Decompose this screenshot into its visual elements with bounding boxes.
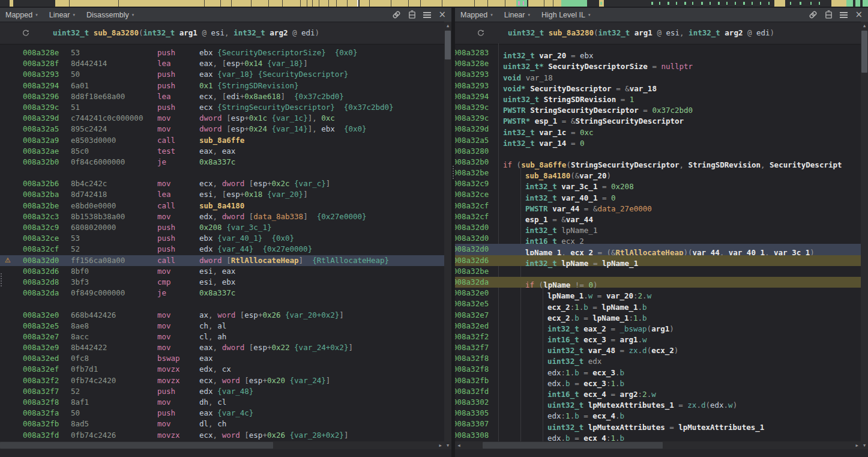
scroll-up-icon[interactable]: ▲ xyxy=(444,22,451,29)
hlil-line[interactable]: 008a32f8uint32_t edx xyxy=(455,353,861,364)
disassembly-line[interactable]: 008a32c96808020000push0x208 {var_3c_1} xyxy=(0,222,444,233)
disassembly-line[interactable]: 008a32ef0fb7d1movzxedx, cx xyxy=(0,364,444,375)
window-edge-grip-icon[interactable] xyxy=(1,273,2,286)
scrollbar-thumb[interactable] xyxy=(445,31,451,59)
disassembly-line[interactable]: 008a32ce53pushebx {var_40_1} {0x0} xyxy=(0,233,444,244)
view-type-dropdown[interactable]: Disassembly ▾ xyxy=(86,11,134,19)
disassembly-line[interactable]: 008a32a5895c2424movdword [esp+0x24 {var_… xyxy=(0,124,444,135)
hlil-line[interactable]: 008a329cPWSTR* esp_1 = &StringSecurityDe… xyxy=(455,113,861,124)
hlil-line[interactable]: 008a3293void* SecurityDescriptor = &var_… xyxy=(455,80,861,91)
scroll-down-icon[interactable]: ▼ xyxy=(861,441,868,449)
disassembly-line[interactable]: 008a329350pusheax {var_18} {SecurityDesc… xyxy=(0,69,444,80)
feature-map[interactable] xyxy=(0,0,868,8)
hlil-line[interactable]: 008a32d0int32_t lpName_1 xyxy=(455,222,861,233)
hlil-line[interactable]: 008a32f2int16_t ecx_3 = arg1.w xyxy=(455,331,861,342)
hlil-line[interactable]: 008a3308edx.b = ecx_4:1.b xyxy=(455,430,861,441)
disassembly-line[interactable]: 008a32e98b442422moveax, dword [esp+0x22 … xyxy=(0,342,444,353)
hlil-line[interactable]: 008a32fdint16_t ecx_4 = arg2:2.w xyxy=(455,386,861,397)
disassembly-line[interactable]: 008a32e58ae8movch, al xyxy=(0,321,444,331)
menu-icon[interactable] xyxy=(840,12,848,18)
hlil-line[interactable]: 008a32be xyxy=(455,266,861,277)
disassembly-line[interactable]: 008a32968d8f18e68a00leaecx, [edi+0x8ae61… xyxy=(0,91,444,102)
scrollbar-thumb[interactable] xyxy=(861,31,867,73)
hlil-line[interactable]: 008a32daif (lpName != 0) xyxy=(455,277,861,288)
function-signature[interactable]: uint32_t sub_8a3280(int32_t arg1 @ esi, … xyxy=(508,28,774,37)
hlil-line[interactable]: 008a32ceint32_t var_40_1 = 0 xyxy=(455,189,861,200)
reanalyze-icon[interactable] xyxy=(477,28,485,40)
disassembly-line[interactable]: 008a32fd0fb74c2426movzxecx, word [esp+0x… xyxy=(0,430,444,441)
hlil-line[interactable]: 008a3283int32_t var_20 = ebx xyxy=(455,47,861,58)
close-icon[interactable]: × xyxy=(855,10,863,19)
hlil-line[interactable]: 008a329dint32_t var_1c = 0xc xyxy=(455,124,861,135)
disassembly-line[interactable]: 008a328f8d442414leaeax, [esp+0x14 {var_1… xyxy=(0,58,444,69)
reanalyze-icon[interactable] xyxy=(22,28,30,40)
hlil-line[interactable]: 008a32d0lpName_1, ecx_2 = (&RtlAllocateH… xyxy=(455,244,861,255)
hlil-line[interactable]: 008a32e5ecx_2:1.b = lpName_1.b xyxy=(455,298,861,309)
scroll-left-icon[interactable]: ◀ xyxy=(455,441,463,449)
disassembly-line[interactable]: 008a32f88af1movdh, cl xyxy=(0,397,444,408)
hlil-line[interactable]: 008a328euint32_t* SecurityDescriptorSize… xyxy=(455,58,861,69)
disassembly-line[interactable]: 008a329dc744241c0c000000movdword [esp+0x… xyxy=(0,113,444,124)
disassembly-line[interactable]: 008a328e53pushebx {SecurityDescriptorSiz… xyxy=(0,47,444,58)
hlil-line[interactable]: 008a32f8edx:1.b = ecx_3.b xyxy=(455,364,861,375)
disassembly-line[interactable]: 008a32ba8d742418leaesi, [esp+0x18 {var_2… xyxy=(0,189,444,200)
scroll-up-icon[interactable]: ▲ xyxy=(861,22,868,29)
disassembly-line[interactable]: 008a32946a01push0x1 {StringSDRevision} xyxy=(0,80,444,91)
view-type-dropdown[interactable]: High Level IL ▾ xyxy=(541,11,590,19)
hlil-line[interactable]: 008a32b0if (sub_8a6ffe(StringSecurityDes… xyxy=(455,157,861,168)
hlil-line[interactable]: 008a32cfesp_1 = &var_44 xyxy=(455,211,861,222)
hlil-line[interactable]: 008a3293void var_18 xyxy=(455,69,861,80)
disassembly-line[interactable]: 008a32d68bf0movesi, eax xyxy=(0,266,444,277)
hlil-line[interactable]: 008a32a5int32_t var_14 = 0 xyxy=(455,135,861,146)
hlil-line[interactable]: 008a32d6int32_t lpName = lpName_1 xyxy=(455,255,861,266)
close-icon[interactable]: × xyxy=(438,10,446,19)
scroll-down-icon[interactable]: ▼ xyxy=(444,441,451,449)
horizontal-scrollbar[interactable]: ▶ xyxy=(0,441,444,449)
vertical-scrollbar[interactable]: ▲ ▼ xyxy=(861,22,868,449)
disassembly-line[interactable]: 008a32e78accmovcl, ah xyxy=(0,331,444,342)
disassembly-line[interactable]: 008a32f20fb74c2420movzxecx, word [esp+0x… xyxy=(0,375,444,386)
hlil-line[interactable]: 008a3302uint32_t lpMutexAttributes_1 = z… xyxy=(455,397,861,408)
linear-dropdown[interactable]: Linear ▾ xyxy=(504,11,530,19)
disassembly-line[interactable]: ⚠008a32d0ff156ca08a00calldword [RtlAlloc… xyxy=(0,255,444,266)
disassembly-line[interactable]: 008a32b68b4c242cmovecx, dword [esp+0x2c … xyxy=(0,178,444,189)
scrollbar-thumb[interactable] xyxy=(0,442,273,449)
hlil-line[interactable]: 008a32e0lpName_1.w = var_20:2.w xyxy=(455,288,861,298)
scroll-right-icon[interactable]: ▶ xyxy=(853,441,861,449)
scroll-right-icon[interactable]: ▶ xyxy=(436,441,444,449)
hlil-line[interactable]: 008a3294uint32_t StringSDRevision = 1 xyxy=(455,91,861,102)
hlil-line[interactable]: 008a32fbedx.b = ecx_3:1.b xyxy=(455,375,861,386)
mapped-dropdown[interactable]: Mapped ▾ xyxy=(5,11,38,19)
linear-dropdown[interactable]: Linear ▾ xyxy=(49,11,75,19)
disassembly-line[interactable]: 008a32e0668b442426movax, word [esp+0x26 … xyxy=(0,310,444,321)
disassembly-line[interactable]: 008a32ae85c0testeax, eax xyxy=(0,146,444,157)
splitter-grip-icon[interactable] xyxy=(453,166,454,179)
link-icon[interactable] xyxy=(392,10,401,19)
disassembly-line[interactable]: 008a32fb8ad5movdl, ch xyxy=(0,419,444,429)
disassembly-line[interactable]: 008a32bee8bd0e0000callsub_8a4180 xyxy=(0,201,444,211)
disassembly-line[interactable]: 008a32fa50pusheax {var_4c} xyxy=(0,408,444,419)
disassembly-line[interactable]: 008a32a9e8503d0000callsub_8a6ffe xyxy=(0,135,444,146)
hlil-line[interactable]: 008a32f7uint32_t var_48 = zx.d(ecx_2) xyxy=(455,342,861,353)
menu-icon[interactable] xyxy=(423,12,431,18)
function-signature[interactable]: uint32_t sub_8a3280(int32_t arg1 @ esi, … xyxy=(53,28,319,37)
hlil-line[interactable]: 008a3307uint32_t lpMutexAttributes = lpM… xyxy=(455,419,861,429)
disassembly-line[interactable] xyxy=(0,168,444,178)
hlil-line[interactable]: 008a32c9int32_t var_3c_1 = 0x208 xyxy=(455,178,861,189)
hlil-line[interactable]: 008a32besub_8a4180(&var_20) xyxy=(455,168,861,178)
mapped-dropdown[interactable]: Mapped ▾ xyxy=(460,11,493,19)
disassembly-line[interactable]: 008a32cf52pushedx {var_44} {0x27e0000} xyxy=(0,244,444,255)
split-pane-icon[interactable] xyxy=(408,10,416,19)
hlil-line[interactable]: 008a32cfPWSTR var_44 = &data_27e0000 xyxy=(455,201,861,211)
hlil-line[interactable]: 008a3280 xyxy=(455,146,861,157)
disassembly-line[interactable]: 008a32ed0fc8bswapeax xyxy=(0,353,444,364)
disassembly-line[interactable]: 008a32b00f84c6000000je0x8a337c xyxy=(0,157,444,168)
vertical-scrollbar[interactable]: ▲ ▼ xyxy=(444,22,451,449)
split-pane-icon[interactable] xyxy=(825,10,833,19)
scrollbar-thumb[interactable] xyxy=(483,442,663,449)
link-icon[interactable] xyxy=(809,10,818,19)
hlil-line[interactable]: 008a32d0int16_t ecx_2 xyxy=(455,233,861,244)
hlil-line[interactable]: 008a32edint32_t eax_2 = _bswap(arg1) xyxy=(455,321,861,331)
disassembly-line[interactable]: 008a32f752pushedx {var_48} xyxy=(0,386,444,397)
disassembly-line[interactable] xyxy=(0,298,444,309)
